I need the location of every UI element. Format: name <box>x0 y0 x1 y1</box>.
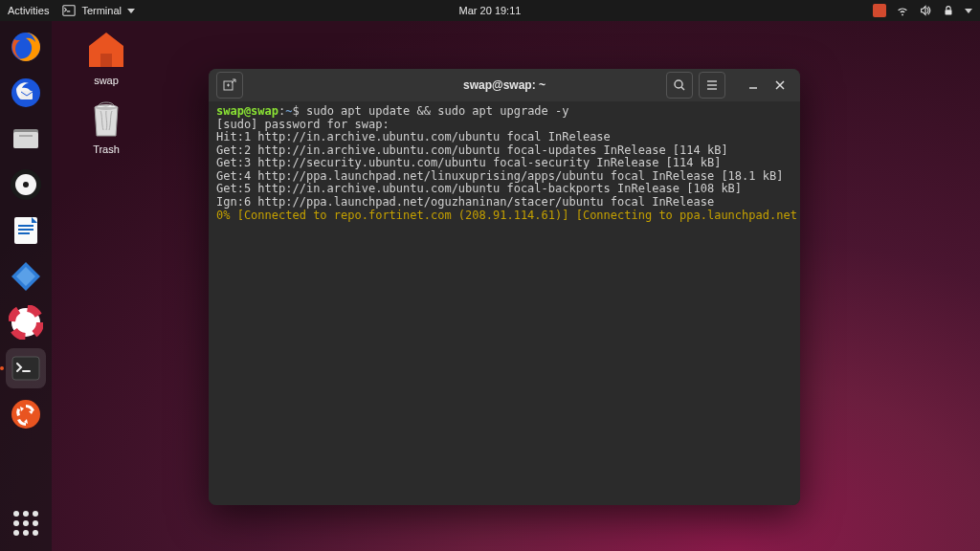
terminal-title: swap@swap: ~ <box>463 78 546 92</box>
term-line: Get:3 http://security.ubuntu.com/ubuntu … <box>216 156 721 169</box>
desktop-folder-label: swap <box>73 75 140 86</box>
clock[interactable]: Mar 20 19:11 <box>459 5 522 16</box>
files-icon <box>9 121 43 156</box>
security-shield-icon[interactable] <box>873 4 886 17</box>
prompt-path: ~ <box>285 104 292 118</box>
show-applications-button[interactable] <box>6 503 46 543</box>
writer-icon <box>9 213 43 248</box>
desktop-trash[interactable]: Trash <box>73 96 140 155</box>
dock-thunderbird[interactable] <box>6 73 46 113</box>
term-line: Get:2 http://in.archive.ubuntu.com/ubunt… <box>216 143 728 157</box>
term-line: [sudo] password for swap: <box>216 118 396 131</box>
rhythmbox-icon <box>9 167 43 202</box>
diamond-app-icon <box>9 259 43 294</box>
terminal-window: swap@swap: ~ swap@swap:~$ sudo apt updat… <box>209 69 800 505</box>
updater-icon <box>9 397 43 431</box>
dock-terminal[interactable] <box>6 348 46 388</box>
prompt-dollar: $ <box>293 104 306 118</box>
close-icon <box>774 79 786 91</box>
dock <box>0 21 52 551</box>
desktop-trash-label: Trash <box>73 143 140 155</box>
trash-icon <box>83 96 129 142</box>
command-text: sudo apt update && sudo apt upgrade -y <box>306 104 569 118</box>
svg-rect-8 <box>19 135 33 137</box>
svg-point-18 <box>20 317 32 328</box>
terminal-icon <box>62 4 76 17</box>
minimize-button[interactable] <box>741 73 766 98</box>
svg-rect-7 <box>13 132 38 148</box>
prompt-userhost: swap@swap <box>216 104 278 118</box>
svg-rect-14 <box>18 229 33 231</box>
search-icon <box>673 78 686 92</box>
svg-rect-15 <box>18 232 30 234</box>
close-button[interactable] <box>768 73 792 98</box>
search-button[interactable] <box>666 72 693 99</box>
dock-files[interactable] <box>6 119 46 159</box>
term-line: Hit:1 http://in.archive.ubuntu.com/ubunt… <box>216 130 611 143</box>
svg-rect-1 <box>946 10 952 14</box>
term-line: Get:5 http://in.archive.ubuntu.com/ubunt… <box>216 182 742 195</box>
system-menu-chevron-icon[interactable] <box>965 9 972 13</box>
chevron-down-icon <box>127 9 135 13</box>
lock-icon[interactable] <box>942 4 955 17</box>
dock-software-updater[interactable] <box>6 394 46 434</box>
thunderbird-icon <box>9 76 43 110</box>
dock-rhythmbox[interactable] <box>6 165 46 205</box>
term-line: Get:4 http://ppa.launchpad.net/linuxupri… <box>216 169 783 183</box>
svg-rect-13 <box>18 225 33 227</box>
app-menu-label: Terminal <box>81 5 122 16</box>
apps-grid-icon <box>13 511 38 536</box>
svg-rect-19 <box>12 357 39 380</box>
activities-button[interactable]: Activities <box>8 5 49 16</box>
svg-point-11 <box>23 182 29 187</box>
dock-libreoffice-writer[interactable] <box>6 210 46 251</box>
svg-point-24 <box>675 80 682 88</box>
volume-icon[interactable] <box>919 4 932 17</box>
dock-help[interactable] <box>6 302 46 342</box>
terminal-app-icon <box>9 351 43 386</box>
help-icon <box>9 305 43 340</box>
term-line: Ign:6 http://ppa.launchpad.net/oguzhanin… <box>216 195 714 209</box>
term-progress-line: 0% [Connected to repo.fortinet.com (208.… <box>216 209 800 222</box>
hamburger-icon <box>705 78 719 92</box>
minimize-icon <box>747 79 759 91</box>
new-tab-button[interactable] <box>216 72 243 99</box>
dock-firefox[interactable] <box>6 27 46 67</box>
new-tab-icon <box>223 78 236 92</box>
terminal-titlebar[interactable]: swap@swap: ~ <box>209 69 800 101</box>
app-menu[interactable]: Terminal <box>62 4 135 17</box>
svg-rect-21 <box>100 54 112 67</box>
dock-app-blue[interactable] <box>6 256 46 297</box>
svg-rect-0 <box>63 6 75 16</box>
top-bar: Activities Terminal Mar 20 19:11 <box>0 0 980 21</box>
home-folder-icon <box>83 27 129 73</box>
wifi-icon[interactable] <box>896 4 909 17</box>
hamburger-menu-button[interactable] <box>699 72 725 99</box>
desktop-folder-swap[interactable]: swap <box>73 27 140 86</box>
terminal-body[interactable]: swap@swap:~$ sudo apt update && sudo apt… <box>209 101 800 505</box>
firefox-icon <box>9 30 43 64</box>
